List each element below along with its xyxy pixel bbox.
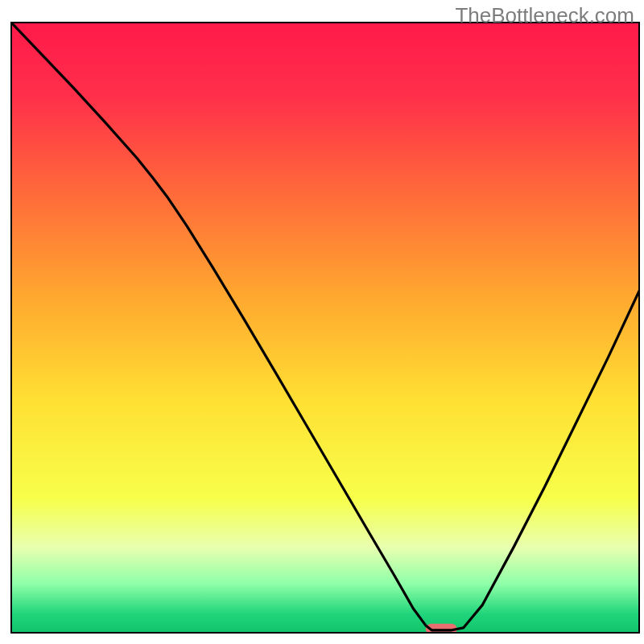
- chart-stage: TheBottleneck.com: [0, 0, 644, 644]
- watermark-text: TheBottleneck.com: [455, 3, 634, 28]
- gradient-background: [11, 23, 639, 633]
- bottleneck-chart: [0, 0, 644, 644]
